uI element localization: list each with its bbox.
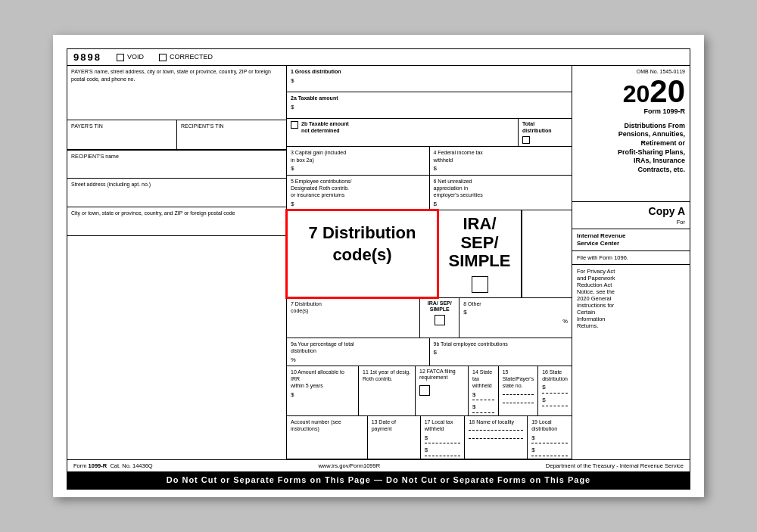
left-section: PAYER'S name, street address, city or to… bbox=[67, 66, 287, 459]
field-15[interactable]: 15 State/Payer's state no. bbox=[499, 366, 538, 415]
field-11[interactable]: 11 1st year of desig. Roth contrib. bbox=[359, 366, 416, 415]
ira-sep-big[interactable]: IRA/ SEP/ SIMPLE bbox=[438, 210, 522, 297]
right-panel-title: Distributions From Pensions, Annuities, … bbox=[577, 122, 685, 175]
field-16[interactable]: 16 State distribution $ $ bbox=[538, 366, 572, 415]
footer-bottom-text: Do Not Cut or Separate Forms on This Pag… bbox=[167, 475, 591, 484]
f16-dashed2 bbox=[542, 406, 568, 406]
f6-label: 6 Net unrealized appreciation in employe… bbox=[434, 179, 483, 198]
field-6[interactable]: 6 Net unrealized appreciation in employe… bbox=[430, 176, 572, 210]
corrected-checkbox[interactable] bbox=[159, 54, 167, 61]
f1-dollar-sign: $ bbox=[291, 77, 294, 85]
form-number: 9898 bbox=[73, 51, 101, 64]
payer-info-field[interactable]: PAYER'S name, street address, city or to… bbox=[67, 66, 286, 120]
f14-dollar1: $ bbox=[472, 391, 494, 399]
highlight-section-wrapper: 7 Distribution code(s) IRA/ SEP/ SIMPLE bbox=[287, 210, 572, 298]
field-7-big[interactable]: 7 Distribution code(s) bbox=[287, 210, 438, 297]
f18-dashed1 bbox=[469, 430, 523, 431]
corrected-checkbox-label: CORRECTED bbox=[159, 53, 213, 61]
field-4[interactable]: 4 Federal income tax withheld $ bbox=[430, 147, 572, 174]
f10-dollar: $ bbox=[291, 391, 354, 399]
field-13[interactable]: 13 Date of payment bbox=[368, 416, 421, 459]
payer-tin-field[interactable]: PAYER'S TIN bbox=[67, 120, 177, 149]
payer-tin-label: PAYER'S TIN bbox=[71, 123, 103, 129]
f10-label: 10 Amount allocable to IRR within 5 year… bbox=[291, 369, 344, 389]
void-checkbox-label: VOID bbox=[117, 53, 144, 61]
fatca-checkbox[interactable] bbox=[419, 385, 430, 396]
f2b-total-label: Total distribution bbox=[522, 121, 552, 134]
middle-section: 1 Gross distribution $ 2a Taxable amount… bbox=[287, 66, 572, 459]
f17-dollar1: $ bbox=[425, 434, 461, 442]
f19-label: 19 Local distribution bbox=[531, 419, 557, 431]
f17-dashed2 bbox=[425, 456, 461, 456]
cat-number: Cat. No. 14436Q bbox=[110, 462, 152, 469]
f6-dollar: $ bbox=[434, 201, 569, 208]
main-grid: PAYER'S name, street address, city or to… bbox=[67, 66, 690, 459]
year-20: 20 bbox=[623, 80, 650, 107]
field-9b[interactable]: 9b Total employee contributions $ bbox=[430, 338, 572, 366]
street-address-field[interactable]: Street address (including apt. no.) bbox=[67, 179, 286, 207]
f15-dashed2 bbox=[503, 403, 534, 403]
recipient-name-field[interactable]: RECIPIENT'S name bbox=[67, 150, 286, 179]
field-2b[interactable]: 2b Taxable amount not determined bbox=[287, 119, 519, 146]
f7-big-label: 7 Distribution code(s) bbox=[293, 215, 431, 266]
field-17[interactable]: 17 Local tax withheld $ $ bbox=[421, 416, 466, 459]
right-panel-file: File with Form 1096. bbox=[572, 251, 690, 265]
field-14[interactable]: 14 State tax withheld $ $ bbox=[469, 366, 499, 415]
f4-dollar: $ bbox=[434, 165, 569, 173]
field-19[interactable]: 19 Local distribution $ $ bbox=[528, 416, 572, 459]
ira-sep-sub-checkbox[interactable] bbox=[435, 315, 445, 325]
field-8[interactable]: 8 Other $ % bbox=[459, 298, 572, 338]
f19-dollar1: $ bbox=[531, 434, 568, 442]
sub-dist-row: 7 Distribution code(s) IRA/ SEP/ SIMPLE … bbox=[287, 298, 572, 338]
ira-sep-big-checkbox[interactable] bbox=[472, 276, 488, 293]
f2a-dollar-sign: $ bbox=[291, 104, 294, 111]
void-checkbox[interactable] bbox=[117, 54, 124, 61]
form-1099r: 9898 VOID CORRECTED PAYER'S name, street… bbox=[67, 48, 690, 490]
field-total-dist[interactable]: Total distribution bbox=[519, 119, 572, 146]
row-9: 9a Your percentage of total distribution… bbox=[287, 338, 572, 366]
f9b-dollar: $ bbox=[434, 349, 569, 356]
irs-url: www.irs.gov/Form1099R bbox=[318, 462, 380, 469]
f2a-label: 2a Taxable amount bbox=[291, 95, 338, 101]
field-9a[interactable]: 9a Your percentage of total distribution… bbox=[287, 338, 430, 366]
f2b-checkbox[interactable] bbox=[291, 121, 298, 129]
recipient-name-label: RECIPIENT'S name bbox=[71, 154, 119, 159]
field-18[interactable]: 18 Name of locality bbox=[465, 416, 528, 459]
city-field[interactable]: City or town, state or province, country… bbox=[67, 207, 286, 236]
field-10[interactable]: 10 Amount allocable to IRR within 5 year… bbox=[287, 366, 359, 415]
f17-dashed1 bbox=[425, 443, 461, 443]
file-with-text: File with Form 1096. bbox=[577, 254, 628, 261]
f15-label: 15 State/Payer's state no. bbox=[503, 369, 534, 389]
top-row: 9898 VOID CORRECTED bbox=[67, 49, 690, 67]
f5-label: 5 Employee contributions/ Designated Rot… bbox=[291, 179, 352, 198]
recipient-tin-field[interactable]: RECIPIENT'S TIN bbox=[177, 120, 286, 149]
f4-label: 4 Federal income tax withheld bbox=[434, 150, 483, 162]
right-panel-irs: Internal Revenue Service Center bbox=[572, 229, 690, 250]
ira-sep-sub-label: IRA/ SEP/ SIMPLE bbox=[423, 300, 456, 312]
payer-tin-row: PAYER'S TIN RECIPIENT'S TIN bbox=[67, 120, 286, 150]
f14-dashed1 bbox=[472, 400, 494, 400]
field-2a[interactable]: 2a Taxable amount $ bbox=[287, 92, 572, 119]
row-10-16: 10 Amount allocable to IRR within 5 year… bbox=[287, 366, 572, 416]
payer-name-label: PAYER'S name, street address, city or to… bbox=[71, 69, 271, 81]
street-label: Street address (including apt. no.) bbox=[71, 182, 151, 187]
dept-text: Department of the Treasury - Internal Re… bbox=[546, 462, 684, 469]
field-3[interactable]: 3 Capital gain (included in box 2a) $ bbox=[287, 147, 430, 174]
row-3-4: 3 Capital gain (included in box 2a) $ 4 … bbox=[287, 147, 572, 175]
f18-dashed2 bbox=[469, 438, 523, 439]
for-label: For bbox=[577, 219, 685, 226]
field-account[interactable]: Account number (see instructions) bbox=[287, 416, 368, 459]
account-label: Account number (see instructions) bbox=[291, 419, 341, 431]
field-1-gross[interactable]: 1 Gross distribution $ bbox=[287, 66, 572, 92]
field-5[interactable]: 5 Employee contributions/ Designated Rot… bbox=[287, 176, 430, 210]
ira-sep-sub[interactable]: IRA/ SEP/ SIMPLE bbox=[420, 298, 459, 338]
field-right-of-ira bbox=[522, 210, 572, 297]
f9a-label: 9a Your percentage of total distribution bbox=[291, 341, 354, 353]
ira-sep-big-label: IRA/ SEP/ SIMPLE bbox=[449, 215, 511, 270]
field-7-sub[interactable]: 7 Distribution code(s) bbox=[287, 298, 420, 338]
f5-dollar: $ bbox=[291, 201, 425, 208]
f9b-label: 9b Total employee contributions bbox=[434, 341, 508, 347]
total-dist-checkbox[interactable] bbox=[522, 136, 530, 144]
right-panel-top: Distributions From Pensions, Annuities, … bbox=[572, 119, 690, 202]
field-12[interactable]: 12 FATCA filing requirement bbox=[416, 366, 469, 415]
